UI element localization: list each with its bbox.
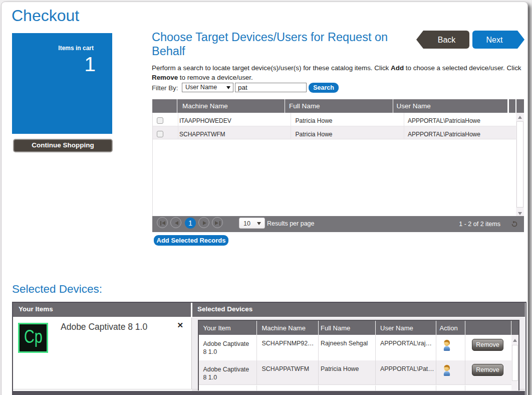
svg-text:Next: Next <box>486 36 503 44</box>
svg-text:Back: Back <box>438 36 456 44</box>
